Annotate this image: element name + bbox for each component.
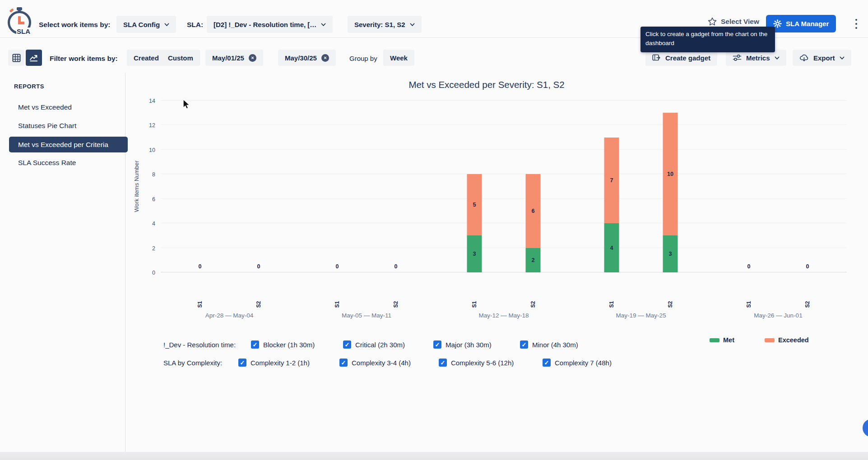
checkbox-checked-icon[interactable]: ✓	[339, 359, 348, 367]
x-axis-severity-label: S1	[334, 301, 340, 308]
sla-by-complexity-row-label: SLA by Complexity:	[163, 359, 222, 367]
legend-item-exceeded[interactable]: Exceeded	[765, 336, 809, 344]
checkbox-label: Complexity 7 (48h)	[555, 359, 612, 367]
gadget-icon	[652, 54, 661, 62]
metrics-label: Metrics	[746, 54, 770, 62]
group-by-label: Group by	[349, 55, 377, 62]
sidebar-divider	[125, 73, 125, 452]
date-to-chip[interactable]: May/30/25 ×	[278, 50, 336, 66]
y-axis-tick-label: 2	[135, 245, 155, 252]
legend-swatch	[765, 338, 775, 342]
checkbox-label: Complexity 1-2 (1h)	[251, 359, 310, 367]
sla-value-dropdown[interactable]: [D2] !_Dev - Resolution time, […	[207, 16, 333, 33]
bar-value-label: 3	[669, 251, 672, 257]
bar-slot: 26S2	[504, 101, 562, 272]
created-label: Created	[134, 54, 159, 62]
sidebar-item-met-vs-exceeded[interactable]: Met vs Exceeded	[18, 103, 72, 111]
filter-checkbox-complexity-1-2[interactable]: ✓ Complexity 1-2 (1h)	[238, 359, 310, 367]
checkbox-checked-icon[interactable]: ✓	[520, 340, 528, 349]
x-axis-week-label: May-12 — May-18	[435, 312, 572, 319]
bar-segment-exceeded[interactable]: 5	[467, 174, 482, 235]
filter-checkbox-complexity-5-6[interactable]: ✓ Complexity 5-6 (12h)	[439, 359, 514, 367]
bar-slot: 0S2	[229, 101, 288, 272]
more-options-menu[interactable]	[851, 16, 861, 32]
legend-label: Met	[723, 336, 734, 344]
bar-value-label-zero: 0	[171, 263, 229, 270]
help-floating-button[interactable]	[863, 419, 868, 437]
bar-group: 0S10S2Apr-28 — May-04	[161, 101, 298, 272]
created-filter-chip[interactable]: Created	[127, 50, 166, 66]
logo-text: SLA	[17, 28, 30, 35]
stacked-bar[interactable]: 26	[526, 174, 541, 272]
remove-date-from-icon[interactable]: ×	[249, 54, 256, 62]
stacked-bar[interactable]: 310	[663, 113, 678, 272]
sla-manager-label: SLA Manager	[786, 20, 829, 28]
bar-segment-exceeded[interactable]: 10	[663, 113, 678, 235]
sla-manager-button[interactable]: SLA Manager	[766, 15, 836, 32]
bar-slot: 0S1	[308, 101, 367, 272]
sidebar-item-statuses-pie-chart[interactable]: Statuses Pie Chart	[18, 122, 76, 130]
legend-item-met[interactable]: Met	[710, 336, 734, 344]
bar-segment-met[interactable]: 4	[604, 223, 619, 272]
bar-segment-exceeded[interactable]: 6	[526, 174, 541, 248]
filter-checkbox-critical[interactable]: ✓ Critical (2h 30m)	[343, 340, 405, 349]
stacked-bar[interactable]: 35	[467, 174, 482, 272]
x-axis-severity-label: S1	[197, 301, 203, 308]
chevron-down-icon	[321, 23, 326, 27]
checkbox-checked-icon[interactable]: ✓	[238, 359, 246, 367]
filter-checkbox-complexity-7[interactable]: ✓ Complexity 7 (48h)	[543, 359, 612, 367]
checkbox-checked-icon[interactable]: ✓	[439, 359, 447, 367]
table-view-toggle[interactable]	[8, 50, 24, 66]
date-from-chip[interactable]: May/01/25 ×	[205, 50, 263, 66]
bar-segment-met[interactable]: 3	[467, 235, 482, 272]
chart-view-toggle[interactable]	[26, 50, 42, 66]
sidebar-item-sla-success-rate[interactable]: SLA Success Rate	[18, 159, 76, 167]
bar-group: 47S1310S2May-19 — May-25	[572, 101, 710, 272]
star-icon	[708, 17, 717, 26]
chevron-down-icon	[840, 56, 845, 60]
bar-slot: 0S1	[171, 101, 229, 272]
bar-group: 0S10S2May-26 — Jun-01	[710, 101, 847, 272]
custom-filter-chip[interactable]: Custom	[161, 50, 200, 66]
date-from-value: May/01/25	[212, 54, 244, 62]
filter-checkbox-major[interactable]: ✓ Major (3h 30m)	[433, 340, 492, 349]
export-dropdown[interactable]: Export	[793, 50, 851, 66]
y-axis-tick-label: 14	[135, 98, 155, 104]
create-gadget-label: Create gadget	[665, 54, 710, 62]
cloud-download-icon	[799, 54, 809, 62]
filter-checkbox-blocker[interactable]: ✓ Blocker (1h 30m)	[251, 340, 315, 349]
select-view-button[interactable]: Select View	[708, 17, 759, 26]
group-by-week-chip[interactable]: Week	[383, 50, 414, 66]
bar-slot: 47S1	[582, 101, 641, 272]
sla-config-dropdown[interactable]: SLA Config	[116, 16, 176, 33]
checkbox-checked-icon[interactable]: ✓	[543, 359, 551, 367]
y-axis-tick-label: 0	[135, 270, 155, 276]
plot-area: 024681012140S10S2Apr-28 — May-040S10S2Ma…	[161, 101, 847, 272]
checkbox-checked-icon[interactable]: ✓	[343, 340, 351, 349]
checkbox-checked-icon[interactable]: ✓	[433, 340, 441, 349]
checkbox-checked-icon[interactable]: ✓	[251, 340, 259, 349]
severity-dropdown[interactable]: Severity: S1, S2	[348, 16, 422, 33]
bar-segment-met[interactable]: 2	[526, 248, 541, 272]
sidebar-item-met-vs-exceeded-per-criteria[interactable]: Met vs Exceeded per Criteria	[9, 137, 128, 152]
bar-segment-exceeded[interactable]: 7	[604, 138, 619, 224]
x-axis-severity-label: S2	[393, 301, 399, 308]
create-gadget-tooltip: Click to create a gadget from the chart …	[641, 27, 775, 52]
sla-value-label: [D2] !_Dev - Resolution time, […	[214, 21, 316, 28]
chevron-down-icon	[410, 23, 415, 27]
filter-checkbox-complexity-3-4[interactable]: ✓ Complexity 3-4 (4h)	[339, 359, 411, 367]
stacked-bar[interactable]: 47	[604, 138, 619, 272]
sla-stopwatch-logo: SLA	[5, 4, 34, 36]
bar-segment-met[interactable]: 3	[663, 235, 678, 272]
x-axis-severity-label: S1	[471, 301, 478, 308]
bar-slot: 35S1	[445, 101, 504, 272]
date-to-value: May/30/25	[285, 54, 317, 62]
checkbox-label: Critical (2h 30m)	[355, 341, 405, 349]
chevron-down-icon	[164, 23, 169, 27]
sliders-icon	[733, 54, 742, 61]
y-axis-tick-label: 12	[135, 122, 155, 129]
y-axis-tick-label: 4	[135, 221, 155, 227]
remove-date-to-icon[interactable]: ×	[321, 54, 329, 62]
chevron-down-icon	[775, 56, 780, 60]
filter-checkbox-minor[interactable]: ✓ Minor (4h 30m)	[520, 340, 578, 349]
